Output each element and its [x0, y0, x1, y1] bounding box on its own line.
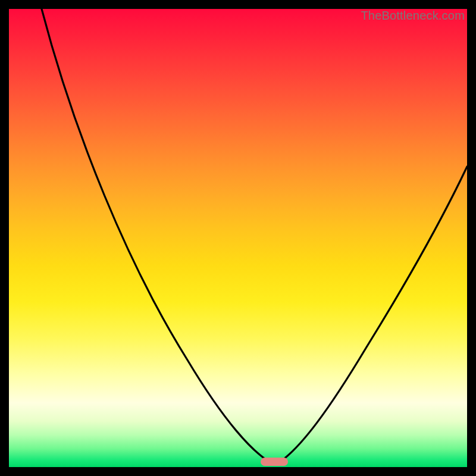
chart-frame: TheBottleneck.com: [0, 0, 476, 476]
bottleneck-curve: [9, 9, 467, 467]
curve-left-branch: [42, 9, 274, 464]
curve-right-branch: [277, 167, 467, 464]
optimum-marker: [261, 458, 288, 466]
plot-area: TheBottleneck.com: [9, 9, 467, 467]
